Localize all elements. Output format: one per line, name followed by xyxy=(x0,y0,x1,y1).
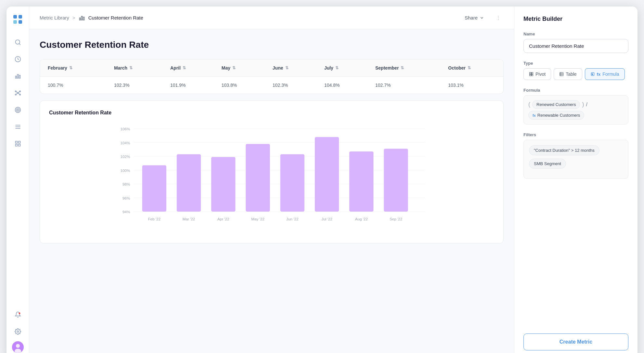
bell-icon[interactable] xyxy=(11,307,25,322)
svg-point-6 xyxy=(15,91,16,92)
svg-line-13 xyxy=(18,93,19,94)
svg-rect-31 xyxy=(83,17,84,20)
page-title: Customer Retention Rate xyxy=(40,40,504,50)
type-buttons: Pivot Table fx fx Formula xyxy=(523,68,628,80)
svg-point-27 xyxy=(16,344,20,348)
data-table: February ⇅ March ⇅ xyxy=(40,59,503,94)
svg-rect-57 xyxy=(530,72,531,74)
dashboard-icon[interactable] xyxy=(11,52,25,66)
svg-rect-23 xyxy=(18,144,20,146)
formula-tag-renewable[interactable]: fx Renewable Customers xyxy=(528,111,584,120)
breadcrumb: Metric Library > Customer Retention Rate xyxy=(40,15,143,21)
chart-bar-icon[interactable] xyxy=(11,69,25,83)
svg-text:104%: 104% xyxy=(121,141,130,145)
formula-tag-icon: fx xyxy=(533,113,536,117)
data-table-container: February ⇅ March ⇅ xyxy=(40,59,504,94)
filters-label: Filters xyxy=(523,132,628,137)
svg-rect-60 xyxy=(532,74,533,76)
filter-tag-smb[interactable]: SMB Segment xyxy=(529,159,566,169)
share-chevron-icon xyxy=(480,16,484,20)
svg-rect-58 xyxy=(532,72,533,74)
sort-icon-april: ⇅ xyxy=(183,66,186,70)
type-table-button[interactable]: Table xyxy=(554,68,582,80)
cell-june: 102.3% xyxy=(265,77,316,94)
svg-point-33 xyxy=(498,18,499,18)
sort-icon-june: ⇅ xyxy=(285,66,289,70)
col-header-october[interactable]: October ⇅ xyxy=(440,59,503,77)
breadcrumb-parent[interactable]: Metric Library xyxy=(40,15,69,20)
svg-line-10 xyxy=(16,92,17,93)
name-input[interactable] xyxy=(523,39,628,53)
svg-text:Jul '22: Jul '22 xyxy=(321,217,332,221)
type-pivot-button[interactable]: Pivot xyxy=(523,68,551,80)
formula-icon: fx xyxy=(590,72,595,76)
bar-sep xyxy=(384,149,408,212)
col-header-april[interactable]: April ⇅ xyxy=(162,59,214,77)
list-icon[interactable] xyxy=(11,120,25,134)
grid-icon[interactable] xyxy=(11,137,25,151)
svg-text:Aug '22: Aug '22 xyxy=(355,217,368,221)
filter-tag-contract[interactable]: "Contract Duration" > 12 months xyxy=(529,145,599,155)
top-bar: Metric Library > Customer Retention Rate… xyxy=(29,7,514,29)
pivot-icon xyxy=(529,72,534,76)
target-icon[interactable] xyxy=(11,103,25,117)
bar-jul xyxy=(315,137,339,212)
bar-feb xyxy=(142,165,166,212)
create-metric-button[interactable]: Create Metric xyxy=(523,333,628,350)
col-header-february[interactable]: February ⇅ xyxy=(40,59,106,77)
sort-icon-october: ⇅ xyxy=(468,66,471,70)
formula-open-paren: ( xyxy=(528,101,530,108)
breadcrumb-separator: > xyxy=(72,15,75,20)
col-header-march[interactable]: March ⇅ xyxy=(106,59,162,77)
bar-may xyxy=(246,144,270,212)
cell-september: 102.7% xyxy=(367,77,440,94)
bar-apr xyxy=(211,157,235,212)
formula-tag-renewed[interactable]: Renewed Customers xyxy=(532,100,580,109)
svg-line-11 xyxy=(18,92,19,93)
svg-rect-29 xyxy=(79,18,80,20)
svg-rect-61 xyxy=(560,72,563,76)
type-label: Type xyxy=(523,61,628,66)
chart-breadcrumb-icon xyxy=(79,15,85,21)
svg-point-16 xyxy=(17,109,18,110)
share-button[interactable]: Share xyxy=(459,12,489,23)
sort-icon-may: ⇅ xyxy=(232,66,236,70)
svg-text:102%: 102% xyxy=(121,154,130,159)
name-label: Name xyxy=(523,32,628,36)
chart-svg: 106% 104% 102% 100% 98% 96% 94% xyxy=(49,124,494,234)
chart-area: 106% 104% 102% 100% 98% 96% 94% xyxy=(49,124,494,234)
type-formula-button[interactable]: fx fx Formula xyxy=(585,68,625,80)
network-icon[interactable] xyxy=(11,86,25,100)
more-options-button[interactable] xyxy=(493,13,504,23)
type-section: Type Pivot Table xyxy=(523,61,628,80)
table-row: 100.7% 102.3% 101.9% 103.8% 102.3% 104.8… xyxy=(40,77,503,94)
formula-section: Formula ( Renewed Customers ) / fx Renew… xyxy=(523,88,628,124)
svg-rect-20 xyxy=(15,141,17,143)
svg-rect-2 xyxy=(15,76,16,78)
col-header-september[interactable]: September ⇅ xyxy=(367,59,440,77)
chart-container: Customer Retention Rate 106% 104% 102% 1… xyxy=(40,100,504,243)
cell-april: 101.9% xyxy=(162,77,214,94)
panel-title: Metric Builder xyxy=(523,16,628,22)
col-header-july[interactable]: July ⇅ xyxy=(316,59,367,77)
bar-aug xyxy=(349,151,373,212)
table-header-row: February ⇅ March ⇅ xyxy=(40,59,503,77)
svg-point-9 xyxy=(19,94,20,95)
svg-text:Sep '22: Sep '22 xyxy=(390,217,402,221)
avatar[interactable] xyxy=(12,341,24,353)
breadcrumb-current: Customer Retention Rate xyxy=(88,15,143,20)
sidebar-bottom xyxy=(11,307,25,353)
svg-text:fx: fx xyxy=(592,73,593,75)
col-header-june[interactable]: June ⇅ xyxy=(265,59,316,77)
right-panel: Metric Builder Name Type Pivot xyxy=(514,7,638,353)
cell-february: 100.7% xyxy=(40,77,106,94)
svg-text:May '22: May '22 xyxy=(251,217,264,221)
col-header-may[interactable]: May ⇅ xyxy=(214,59,265,77)
cell-may: 103.8% xyxy=(214,77,265,94)
svg-point-8 xyxy=(15,94,16,95)
settings-icon[interactable] xyxy=(11,324,25,339)
svg-text:94%: 94% xyxy=(122,210,130,214)
cell-october: 103.1% xyxy=(440,77,503,94)
svg-rect-3 xyxy=(17,74,18,78)
search-icon[interactable] xyxy=(11,35,25,49)
